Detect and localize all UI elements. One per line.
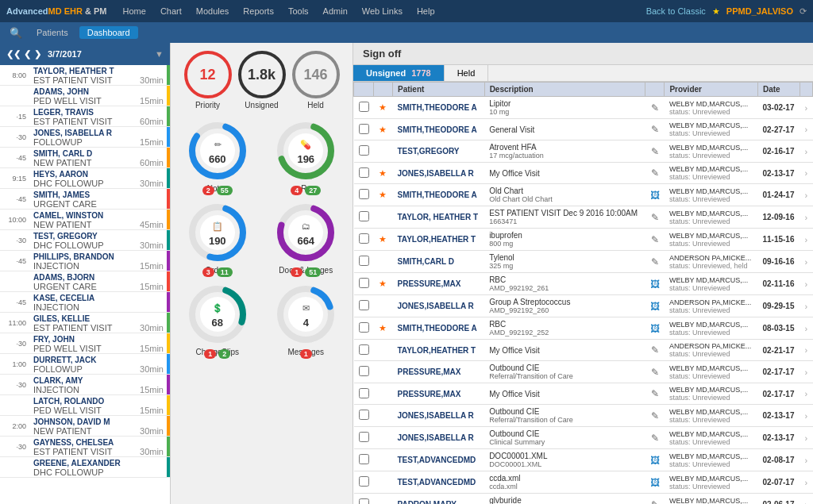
row-checkbox[interactable]	[359, 167, 369, 178]
table-row[interactable]: JONES,ISABELLA R Outbound CIEReferral/Tr…	[354, 405, 813, 427]
back-classic-link[interactable]: Back to Classic	[646, 6, 706, 16]
arrow-icon[interactable]: ›	[805, 367, 808, 377]
nav-first-icon[interactable]: ❮❮	[6, 49, 21, 60]
row-checkbox[interactable]	[359, 432, 369, 442]
appt-row[interactable]: ·45 SMITH, JAMES URGENT CARE	[0, 189, 170, 210]
row-checkbox[interactable]	[359, 322, 369, 333]
table-row[interactable]: PRESSURE,MAX Outbound CIEReferral/Transi…	[354, 361, 813, 383]
stat-priority[interactable]: 12 Priority	[184, 51, 232, 110]
appt-row[interactable]: ·30 TEST, GREGORY DHC FOLLOWUP30min	[0, 230, 170, 251]
appt-row[interactable]: ADAMS, BJORN URGENT CARE15min	[0, 271, 170, 292]
row-checkbox[interactable]	[359, 124, 369, 134]
table-row[interactable]: ★ PRESSURE,MAX RBCAMD_992192_261 🖼 WELBY…	[354, 273, 813, 295]
arrow-icon[interactable]: ›	[805, 456, 808, 465]
appt-row[interactable]: ·30 CLARK, AMY INJECTION15min	[0, 375, 170, 395]
arrow-icon[interactable]: ›	[805, 279, 808, 289]
row-checkbox[interactable]	[359, 256, 369, 266]
table-row[interactable]: SMITH,CARL D Tylenol325 mg ✎ ANDERSON PA…	[354, 251, 813, 273]
appt-row[interactable]: LATCH, ROLANDO PED WELL VISIT15min	[0, 395, 170, 416]
nav-weblinks[interactable]: Web Links	[356, 5, 409, 17]
donut-rx[interactable]: 💊 196 4 27 Rx	[266, 119, 347, 193]
appt-row[interactable]: 2:00 JOHNSON, DAVID M NEW PATIENT30min	[0, 416, 170, 437]
appt-row[interactable]: ·15 LEGER, TRAVIS EST PATIENT VISIT60min	[0, 106, 170, 127]
row-checkbox[interactable]	[359, 344, 369, 355]
row-checkbox[interactable]	[359, 102, 369, 112]
table-row[interactable]: TEST,ADVANCEDMD DOC00001.XMLDOC00001.XML…	[354, 449, 813, 471]
nav-home[interactable]: Home	[117, 5, 152, 17]
nav-tools[interactable]: Tools	[282, 5, 315, 17]
arrow-icon[interactable]: ›	[805, 213, 808, 222]
arrow-icon[interactable]: ›	[805, 411, 808, 421]
tab-unsigned[interactable]: Unsigned 1778	[353, 65, 445, 81]
table-row[interactable]: ★ SMITH,THEODORE A RBCAMD_992192_252 🖼 W…	[354, 317, 813, 340]
appt-row[interactable]: 8:00 TAYLOR, HEATHER T EST PATIENT VISIT…	[0, 65, 170, 86]
table-row[interactable]: PRESSURE,MAX My Office Visit ✎ WELBY MD,…	[354, 383, 813, 405]
appt-row[interactable]: 1:00 DURRETT, JACK FOLLOWUP30min	[0, 354, 170, 375]
appt-row[interactable]: ·45 PHILLIPS, BRANDON INJECTION15min	[0, 251, 170, 271]
stat-unsigned[interactable]: 1.8k Unsigned	[238, 51, 286, 110]
appt-row[interactable]: 11:00 GILES, KELLIE EST PATIENT VISIT30m…	[0, 313, 170, 333]
arrow-icon[interactable]: ›	[805, 235, 808, 244]
appt-row[interactable]: ·45 SMITH, CARL D NEW PATIENT60min	[0, 148, 170, 168]
row-checkbox[interactable]	[359, 476, 369, 487]
row-checkbox[interactable]	[359, 454, 369, 464]
appt-row[interactable]: ·45 KASE, CECELIA INJECTION	[0, 292, 170, 313]
refresh-icon[interactable]: ⟳	[800, 6, 807, 17]
appt-row[interactable]: 9:15 HEYS, AARON DHC FOLLOWUP30min	[0, 168, 170, 189]
nav-help[interactable]: Help	[410, 5, 441, 17]
table-row[interactable]: ★ SMITH,THEODORE A Old ChartOld Chart Ol…	[354, 184, 813, 206]
nav-reports[interactable]: Reports	[237, 5, 280, 17]
donut-notes[interactable]: ✏ 660 2 55 Notes	[177, 119, 258, 193]
nav-prev-icon[interactable]: ❮	[24, 49, 31, 60]
subnav-patients[interactable]: Patients	[29, 26, 76, 39]
arrow-icon[interactable]: ›	[805, 302, 808, 311]
donut-orders[interactable]: 📋 190 3 11 Orders	[177, 201, 258, 275]
table-row[interactable]: TEST,GREGORY Atrovent HFA17 mcg/actuatio…	[354, 140, 813, 163]
row-checkbox[interactable]	[359, 189, 369, 199]
arrow-icon[interactable]: ›	[805, 389, 808, 398]
donut-messages[interactable]: ✉ 4 1 Messages	[266, 283, 347, 356]
appt-row[interactable]: ·30 JONES, ISABELLA R FOLLOWUP15min	[0, 127, 170, 148]
row-checkbox[interactable]	[359, 145, 369, 156]
arrow-icon[interactable]: ›	[805, 125, 808, 134]
row-checkbox[interactable]	[359, 498, 369, 504]
table-row[interactable]: JONES,ISABELLA R Outbound CIEClinical Su…	[354, 427, 813, 449]
table-row[interactable]: TEST,ADVANCEDMD ccda.xmlccda.xml 🖼 WELBY…	[354, 471, 813, 494]
row-checkbox[interactable]	[359, 388, 369, 398]
table-row[interactable]: JONES,ISABELLA R Group A StreptococcusAM…	[354, 295, 813, 317]
table-row[interactable]: ★ TAYLOR,HEATHER T ibuprofen800 mg ✎ WEL…	[354, 229, 813, 251]
arrow-icon[interactable]: ›	[805, 147, 808, 156]
arrow-icon[interactable]: ›	[805, 324, 808, 333]
table-row[interactable]: TAYLOR,HEATHER T My Office Visit ✎ ANDER…	[354, 340, 813, 361]
table-row[interactable]: ★ JONES,ISABELLA R My Office Visit ✎ WEL…	[354, 163, 813, 184]
row-checkbox[interactable]	[359, 410, 369, 420]
search-icon[interactable]: 🔍	[6, 27, 25, 39]
donut-docs-images[interactable]: 🗂 664 1 51 Docs & Images	[266, 201, 347, 275]
table-row[interactable]: PADRON,MARY glvburide5 mg ✎ WELBY MD,MAR…	[354, 494, 813, 505]
filter-icon[interactable]: ▼	[155, 49, 164, 59]
tab-held[interactable]: Held	[445, 65, 489, 81]
arrow-icon[interactable]: ›	[805, 433, 808, 443]
stat-held[interactable]: 146 Held	[292, 51, 340, 110]
appt-row[interactable]: GREENE, ALEXANDER DHC FOLLOWUP	[0, 457, 170, 478]
nav-admin[interactable]: Admin	[317, 5, 354, 17]
arrow-icon[interactable]: ›	[805, 103, 808, 113]
nav-modules[interactable]: Modules	[190, 5, 236, 17]
arrow-icon[interactable]: ›	[805, 478, 808, 487]
appt-row[interactable]: 10:00 CAMEL, WINSTON NEW PATIENT45min	[0, 210, 170, 230]
appt-row[interactable]: ADAMS, JOHN PED WELL VISIT15min	[0, 86, 170, 106]
row-checkbox[interactable]	[359, 300, 369, 310]
table-row[interactable]: ★ SMITH,THEODORE A Lipitor10 mg ✎ WELBY …	[354, 97, 813, 119]
row-checkbox[interactable]	[359, 278, 369, 288]
row-checkbox[interactable]	[359, 211, 369, 221]
donut-chargeslips[interactable]: 💲 68 1 2 ChargeSlips	[177, 283, 258, 356]
arrow-icon[interactable]: ›	[805, 257, 808, 267]
appt-row[interactable]: ·30 GAYNESS, CHELSEA EST PATIENT VISIT30…	[0, 437, 170, 457]
arrow-icon[interactable]: ›	[805, 500, 808, 505]
arrow-icon[interactable]: ›	[805, 168, 808, 178]
table-row[interactable]: TAYLOR, HEATHER T EST PATIENT VISIT Dec …	[354, 206, 813, 229]
arrow-icon[interactable]: ›	[805, 345, 808, 355]
table-row[interactable]: ★ SMITH,THEODORE A General Visit ✎ WELBY…	[354, 119, 813, 140]
subnav-dashboard[interactable]: Dashboard	[79, 26, 138, 39]
appt-row[interactable]: ·30 FRY, JOHN PED WELL VISIT15min	[0, 333, 170, 354]
